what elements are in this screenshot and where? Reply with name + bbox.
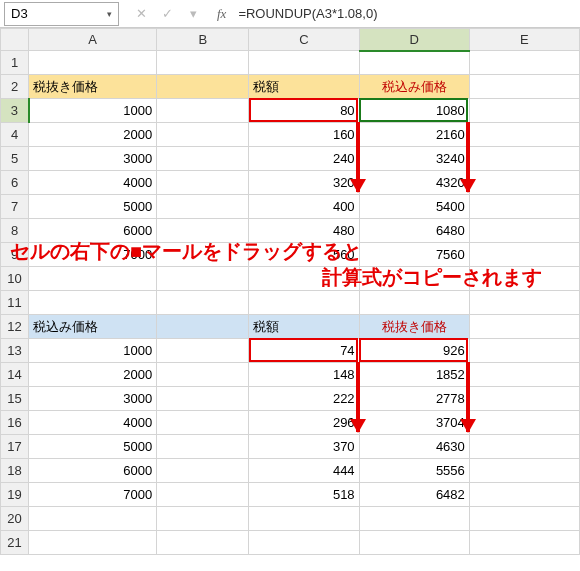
col-header-a[interactable]: A [29,29,157,51]
cell[interactable]: 240 [249,147,359,171]
cell[interactable] [157,291,249,315]
cell[interactable]: 6482 [359,483,469,507]
cell[interactable]: 444 [249,459,359,483]
cell[interactable] [249,507,359,531]
cell[interactable] [469,123,579,147]
row-header[interactable]: 16 [1,411,29,435]
cell[interactable]: 160 [249,123,359,147]
row-header[interactable]: 7 [1,195,29,219]
row-header[interactable]: 14 [1,363,29,387]
cell[interactable]: 6000 [29,459,157,483]
header-cell[interactable]: 税込み価格 [29,315,157,339]
row-header[interactable]: 5 [1,147,29,171]
cell[interactable] [157,387,249,411]
row-header[interactable]: 2 [1,75,29,99]
cell[interactable] [249,531,359,555]
cell[interactable] [469,483,579,507]
cell[interactable]: 296 [249,411,359,435]
cell[interactable] [469,531,579,555]
row-header[interactable]: 11 [1,291,29,315]
cell[interactable] [157,531,249,555]
cell[interactable]: 1000 [29,339,157,363]
cell[interactable] [157,363,249,387]
row-header[interactable]: 20 [1,507,29,531]
cell[interactable] [469,147,579,171]
cell[interactable] [157,411,249,435]
chevron-down-icon[interactable]: ▾ [107,9,112,19]
cell[interactable]: 5000 [29,435,157,459]
cell[interactable]: 2000 [29,363,157,387]
cell[interactable] [469,291,579,315]
cell[interactable]: 926 [359,339,469,363]
cell[interactable]: 3000 [29,387,157,411]
cell[interactable]: 1852 [359,363,469,387]
cell[interactable]: 320 [249,171,359,195]
cell[interactable]: 400 [249,195,359,219]
cell[interactable] [249,291,359,315]
cell[interactable]: 148 [249,363,359,387]
cell[interactable] [469,51,579,75]
row-header[interactable]: 12 [1,315,29,339]
cell[interactable] [469,195,579,219]
header-cell[interactable]: 税額 [249,75,359,99]
cell[interactable] [157,483,249,507]
cell[interactable]: 80 [249,99,359,123]
header-cell[interactable]: 税抜き価格 [29,75,157,99]
cell[interactable] [469,507,579,531]
cell[interactable]: 518 [249,483,359,507]
cell[interactable] [157,507,249,531]
accept-icon[interactable]: ✓ [157,6,177,21]
row-header[interactable]: 21 [1,531,29,555]
cell[interactable] [157,75,249,99]
cell[interactable] [469,99,579,123]
row-header[interactable]: 18 [1,459,29,483]
cell[interactable] [157,123,249,147]
cell[interactable] [359,507,469,531]
cell[interactable]: 4630 [359,435,469,459]
header-cell[interactable]: 税込み価格 [359,75,469,99]
cell[interactable] [157,99,249,123]
cell[interactable] [359,531,469,555]
col-header-c[interactable]: C [249,29,359,51]
row-header[interactable]: 19 [1,483,29,507]
fx-icon[interactable]: fx [217,6,226,22]
cell[interactable]: 4000 [29,411,157,435]
cell[interactable] [469,315,579,339]
cell[interactable] [469,363,579,387]
cell[interactable]: 2778 [359,387,469,411]
cell[interactable] [469,459,579,483]
row-header[interactable]: 4 [1,123,29,147]
row-header[interactable]: 13 [1,339,29,363]
cell[interactable] [157,339,249,363]
cell[interactable]: 5000 [29,195,157,219]
cell[interactable] [359,51,469,75]
header-cell[interactable]: 税抜き価格 [359,315,469,339]
cell[interactable]: 3704 [359,411,469,435]
cell[interactable] [249,51,359,75]
cell[interactable] [157,171,249,195]
row-header[interactable]: 15 [1,387,29,411]
cell[interactable]: 5556 [359,459,469,483]
row-header[interactable]: 17 [1,435,29,459]
cell[interactable] [469,339,579,363]
cell[interactable] [29,507,157,531]
cancel-icon[interactable]: ✕ [131,6,151,21]
name-box[interactable]: D3 ▾ [4,2,119,26]
cell[interactable] [157,315,249,339]
formula-input[interactable]: =ROUNDUP(A3*1.08,0) [232,4,580,23]
col-header-d[interactable]: D [359,29,469,51]
cell[interactable]: 7000 [29,483,157,507]
cell[interactable] [157,147,249,171]
cell[interactable] [29,531,157,555]
cell[interactable]: 3000 [29,147,157,171]
cell[interactable] [157,51,249,75]
cell[interactable] [157,459,249,483]
cell[interactable] [157,435,249,459]
cell[interactable] [359,291,469,315]
cell[interactable]: 4000 [29,171,157,195]
col-header-b[interactable]: B [157,29,249,51]
cell[interactable] [469,75,579,99]
cell[interactable]: 222 [249,387,359,411]
select-all-corner[interactable] [1,29,29,51]
cell[interactable]: 370 [249,435,359,459]
